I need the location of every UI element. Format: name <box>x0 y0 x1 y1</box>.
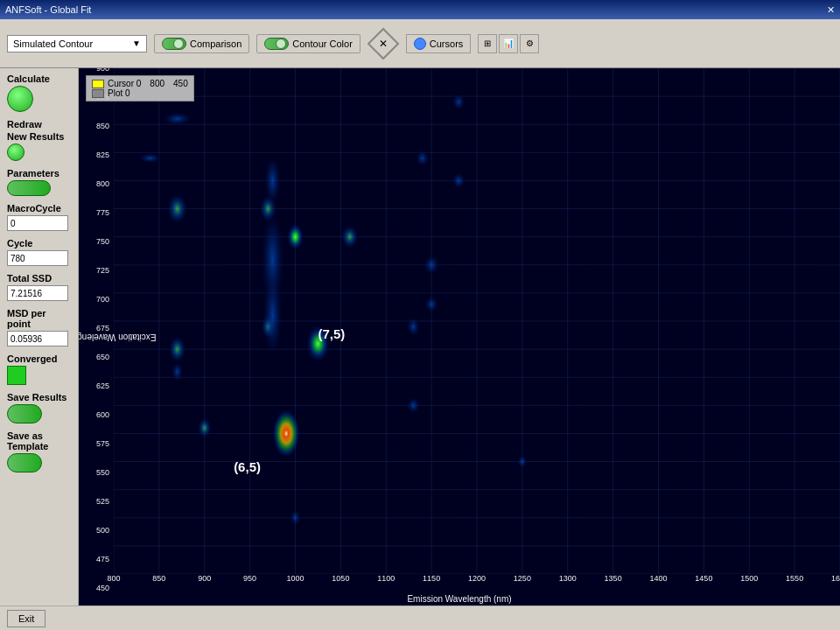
x-tick: 800 <box>107 574 120 583</box>
legend-cursor-color <box>92 80 104 88</box>
main-area: Calculate Redraw New Results Parameters … <box>0 68 840 606</box>
save-results-label: Save Results <box>7 392 71 402</box>
save-results-section: Save Results <box>7 392 71 424</box>
legend-val2: 450 <box>173 79 188 88</box>
cursors-button[interactable]: Cursors <box>406 34 472 53</box>
total-ssd-input <box>7 285 68 301</box>
cursor-circle-icon <box>414 38 426 50</box>
parameters-label: Parameters <box>7 168 71 178</box>
x-tick: 850 <box>152 574 165 583</box>
contour-color-toggle[interactable]: Contour Color <box>256 34 360 53</box>
msd-label: MSD per point <box>7 308 71 329</box>
cycle-section: Cycle <box>7 238 71 266</box>
canvas-container <box>114 68 840 574</box>
y-axis: 9008758508258007757507257006756506256005… <box>79 68 114 588</box>
x-tick: 1550 <box>786 574 803 583</box>
exit-button[interactable]: Exit <box>7 610 46 627</box>
x-axis: 8008509009501000105011001150120012501300… <box>114 574 840 588</box>
y-tick: 850 <box>79 122 112 130</box>
x-tick: 1400 <box>649 574 667 583</box>
legend-row-cursor: Cursor 0 800 450 <box>92 79 188 88</box>
x-tick: 1350 <box>605 574 622 583</box>
x-tick: 1150 <box>423 574 440 583</box>
x-tick: 1450 <box>695 574 712 583</box>
dropdown-label: Simulated Contour <box>13 38 93 49</box>
contour-color-label: Contour Color <box>292 38 352 49</box>
y-tick: 800 <box>79 179 112 188</box>
y-tick: 700 <box>79 295 112 304</box>
new-results-label: New Results <box>7 131 71 142</box>
comparison-toggle[interactable]: Comparison <box>154 34 249 53</box>
total-ssd-label: Total SSD <box>7 273 71 284</box>
window-title: ANFSoft - Global Fit <box>5 4 91 15</box>
legend-plot-color <box>92 89 104 98</box>
y-tick: 525 <box>79 497 112 506</box>
cycle-input[interactable] <box>7 250 68 266</box>
cycle-label: Cycle <box>7 238 71 248</box>
sidebar: Calculate Redraw New Results Parameters … <box>0 68 79 606</box>
redraw-section: Redraw New Results <box>7 119 71 161</box>
diamond-shape: ✕ <box>367 27 399 60</box>
y-tick: 825 <box>79 150 112 159</box>
msd-section: MSD per point <box>7 308 71 346</box>
comparison-label: Comparison <box>190 38 242 49</box>
title-bar: ANFSoft - Global Fit ✕ <box>0 0 840 19</box>
diamond-icon-btn[interactable]: ✕ <box>368 28 399 60</box>
save-template-button[interactable] <box>7 453 42 472</box>
chart-icon-btn[interactable]: 📊 <box>499 34 518 53</box>
y-tick: 650 <box>79 353 112 361</box>
parameters-button[interactable] <box>7 180 51 196</box>
y-tick: 625 <box>79 382 112 390</box>
x-tick: 1100 <box>377 574 395 583</box>
y-tick: 775 <box>79 208 112 217</box>
calculate-label: Calculate <box>7 74 71 84</box>
legend-cursor-label: Cursor 0 <box>108 79 141 88</box>
converged-label: Converged <box>7 354 71 364</box>
x-tick: 900 <box>198 574 211 583</box>
x-tick: 1500 <box>740 574 758 583</box>
legend-box: Cursor 0 800 450 Plot 0 <box>86 75 194 102</box>
x-tick: 1000 <box>286 574 304 583</box>
y-tick: 450 <box>79 584 112 592</box>
y-tick: 750 <box>79 237 112 246</box>
heatmap-canvas[interactable] <box>114 68 840 574</box>
macrocycle-input[interactable] <box>7 215 68 231</box>
plot-area: Cursor 0 800 450 Plot 0 Excitation Wavel… <box>79 68 840 606</box>
y-tick: 900 <box>79 68 112 73</box>
save-results-button[interactable] <box>7 404 42 424</box>
x-axis-label: Emission Wavelength (nm) <box>407 594 511 604</box>
x-tick: 1250 <box>514 574 531 583</box>
parameters-section: Parameters <box>7 168 71 196</box>
x-tick: 1050 <box>332 574 349 583</box>
bottom-bar: Exit <box>0 606 840 630</box>
redraw-label: Redraw <box>7 119 71 130</box>
close-btn[interactable]: ✕ <box>827 4 835 16</box>
y-tick: 500 <box>79 526 112 535</box>
toolbar: Simulated Contour ▼ Comparison Contour C… <box>0 19 840 68</box>
y-tick: 600 <box>79 410 112 419</box>
y-tick: 675 <box>79 324 112 332</box>
y-tick: 550 <box>79 468 112 477</box>
x-tick: 1300 <box>559 574 577 583</box>
calculate-section: Calculate <box>7 74 71 112</box>
converged-section: Converged <box>7 354 71 385</box>
legend-plot-label: Plot 0 <box>108 88 130 98</box>
simulated-contour-dropdown[interactable]: Simulated Contour ▼ <box>7 35 147 52</box>
cursors-label: Cursors <box>430 38 464 49</box>
save-template-section: Save as Template <box>7 430 71 472</box>
macrocycle-section: MacroCycle <box>7 203 71 231</box>
msd-input <box>7 331 68 346</box>
x-mark-icon: ✕ <box>379 38 388 50</box>
settings-icon-btn[interactable]: ⚙ <box>520 34 539 53</box>
grid-icon-btn[interactable]: ⊞ <box>478 34 497 53</box>
x-tick: 950 <box>243 574 256 583</box>
chevron-down-icon: ▼ <box>132 38 141 48</box>
legend-row-plot: Plot 0 <box>92 88 188 98</box>
legend-val1: 800 <box>150 79 164 88</box>
macrocycle-label: MacroCycle <box>7 203 71 214</box>
comparison-toggle-indicator <box>162 38 186 50</box>
new-results-button[interactable] <box>7 144 24 161</box>
calculate-button[interactable] <box>7 86 33 112</box>
contour-color-toggle-indicator <box>264 38 289 50</box>
total-ssd-section: Total SSD <box>7 273 71 301</box>
